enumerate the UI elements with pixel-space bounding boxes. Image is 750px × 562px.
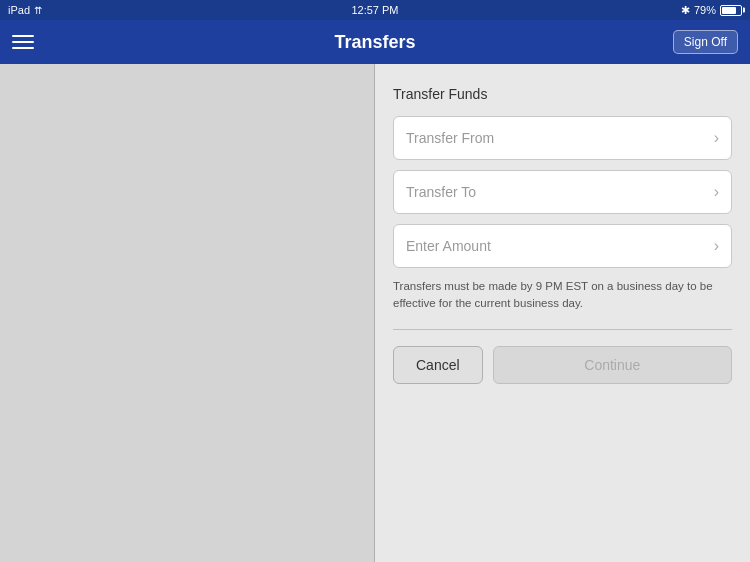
button-row: Cancel Continue [393, 346, 732, 384]
transfer-to-row[interactable]: Transfer To › [393, 170, 732, 214]
chevron-right-icon: › [714, 237, 719, 255]
right-panel: Transfer Funds Transfer From › Transfer … [375, 64, 750, 562]
main-content: Transfer Funds Transfer From › Transfer … [0, 64, 750, 562]
left-panel [0, 64, 375, 562]
cancel-button[interactable]: Cancel [393, 346, 483, 384]
info-text: Transfers must be made by 9 PM EST on a … [393, 278, 732, 313]
battery-pct: 79% [694, 4, 716, 16]
section-title: Transfer Funds [393, 86, 732, 102]
menu-button[interactable] [12, 35, 34, 49]
continue-button: Continue [493, 346, 732, 384]
chevron-right-icon: › [714, 129, 719, 147]
page-title: Transfers [334, 32, 415, 53]
nav-bar: Transfers Sign Off [0, 20, 750, 64]
time-display: 12:57 PM [351, 4, 398, 16]
transfer-to-label: Transfer To [406, 184, 476, 200]
enter-amount-label: Enter Amount [406, 238, 491, 254]
device-label: iPad [8, 4, 30, 16]
wifi-icon: ⇈ [34, 5, 42, 16]
sign-off-button[interactable]: Sign Off [673, 30, 738, 54]
bluetooth-icon: ✱ [681, 4, 690, 17]
status-bar: iPad ⇈ 12:57 PM ✱ 79% [0, 0, 750, 20]
divider [393, 329, 732, 330]
battery-icon [720, 5, 742, 16]
enter-amount-row[interactable]: Enter Amount › [393, 224, 732, 268]
chevron-right-icon: › [714, 183, 719, 201]
transfer-from-row[interactable]: Transfer From › [393, 116, 732, 160]
transfer-from-label: Transfer From [406, 130, 494, 146]
